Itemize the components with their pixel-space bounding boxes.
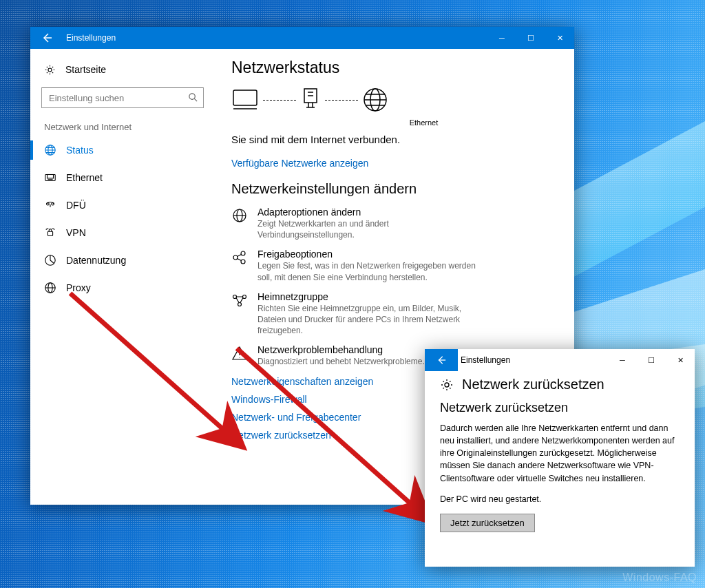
section-heading: Netzwerkeinstellungen ändern xyxy=(231,181,558,197)
option-sharing[interactable]: Freigabeoptionen Legen Sie fest, was in … xyxy=(231,249,558,282)
window-title: Einstellungen xyxy=(63,33,116,43)
reset-now-button[interactable]: Jetzt zurücksetzen xyxy=(440,514,535,532)
gear-icon xyxy=(44,64,56,76)
option-desc: Zeigt Netzwerkkarten an und ändert Verbi… xyxy=(257,218,485,240)
svg-point-1 xyxy=(189,94,195,99)
option-title: Heimnetzgruppe xyxy=(257,291,485,302)
sidebar-item-data-usage[interactable]: Datennutzung xyxy=(30,246,215,274)
adapter-icon xyxy=(231,207,248,224)
window-close[interactable]: ✕ xyxy=(545,27,574,49)
proxy-icon xyxy=(44,282,56,294)
homegroup-icon xyxy=(231,292,248,308)
nav-label: Proxy xyxy=(66,282,91,293)
option-title: Freigabeoptionen xyxy=(257,249,485,260)
svg-point-26 xyxy=(445,383,449,387)
option-desc: Legen Sie fest, was in den Netzwerken fr… xyxy=(257,260,485,282)
globe-icon xyxy=(362,87,388,113)
connection-status-text: Sie sind mit dem Internet verbunden. xyxy=(231,134,558,145)
option-adapter[interactable]: Adapteroptionen ändern Zeigt Netzwerkkar… xyxy=(231,207,558,240)
window-maximize[interactable]: ☐ xyxy=(516,27,545,49)
nav-label: Datennutzung xyxy=(66,255,126,266)
sidebar: Startseite Netzwerk und Internet Status … xyxy=(30,49,215,505)
dialog-subheading: Netzwerk zurücksetzen xyxy=(440,401,680,415)
back-button[interactable] xyxy=(30,27,63,49)
vpn-icon xyxy=(44,227,56,239)
svg-rect-5 xyxy=(48,175,54,178)
dialog-titlebar: Einstellungen ─ ☐ ✕ xyxy=(425,349,695,371)
gear-icon xyxy=(440,378,454,392)
sidebar-item-ethernet[interactable]: Ethernet xyxy=(30,164,215,191)
page-title: Netzwerkstatus xyxy=(231,59,558,77)
nav-label: VPN xyxy=(66,227,86,238)
dialog-minimize[interactable]: ─ xyxy=(608,349,637,371)
diagram-label: Ethernet xyxy=(290,118,558,127)
available-networks-link[interactable]: Verfügbare Netzwerke anzeigen xyxy=(231,158,558,169)
dialog-body-text: Dadurch werden alle Ihre Netzwerkkarten … xyxy=(440,422,680,485)
dialog-close[interactable]: ✕ xyxy=(666,349,695,371)
sidebar-home-label: Startseite xyxy=(65,64,106,75)
search-input[interactable] xyxy=(41,87,204,108)
dialup-icon xyxy=(44,199,56,211)
search-icon xyxy=(188,92,198,105)
svg-point-19 xyxy=(241,251,245,255)
sidebar-section: Netzwerk und Internet xyxy=(30,114,215,136)
sharing-icon xyxy=(231,249,248,266)
network-diagram xyxy=(231,87,558,113)
sidebar-item-dialup[interactable]: DFÜ xyxy=(30,191,215,219)
svg-point-18 xyxy=(233,255,238,260)
dialog-heading: Netzwerk zurücksetzen xyxy=(440,377,680,392)
window-minimize[interactable]: ─ xyxy=(487,27,516,49)
data-usage-icon xyxy=(44,254,56,266)
dialog-heading-text: Netzwerk zurücksetzen xyxy=(462,377,604,392)
svg-point-20 xyxy=(241,260,245,264)
svg-point-0 xyxy=(48,67,52,71)
sidebar-item-status[interactable]: Status xyxy=(30,136,215,164)
option-title: Adapteroptionen ändern xyxy=(257,207,485,218)
dialog-restart-text: Der PC wird neu gestartet. xyxy=(440,493,680,505)
ethernet-icon xyxy=(44,171,56,184)
nav-label: Ethernet xyxy=(66,172,103,183)
globe-icon xyxy=(44,144,56,156)
sidebar-item-vpn[interactable]: VPN xyxy=(30,219,215,246)
sidebar-home[interactable]: Startseite xyxy=(30,57,215,82)
pc-icon xyxy=(231,88,259,112)
svg-point-23 xyxy=(238,302,242,306)
option-title: Netzwerkproblembehandlung xyxy=(257,344,425,355)
nav-label: DFÜ xyxy=(66,200,86,211)
dialog-back-button[interactable] xyxy=(425,349,458,371)
reset-dialog-window: Einstellungen ─ ☐ ✕ Netzwerk zurücksetze… xyxy=(425,349,695,567)
dialog-title: Einstellungen xyxy=(458,355,510,365)
option-desc: Diagnostiziert und behebt Netzwerkproble… xyxy=(257,356,425,367)
warning-icon xyxy=(231,345,248,361)
svg-rect-8 xyxy=(48,231,52,235)
titlebar: Einstellungen ─ ☐ ✕ xyxy=(30,27,574,49)
option-homegroup[interactable]: Heimnetzgruppe Richten Sie eine Heimnetz… xyxy=(231,291,558,337)
nav-label: Status xyxy=(66,145,94,156)
watermark: Windows-FAQ xyxy=(622,571,697,584)
svg-rect-12 xyxy=(233,90,257,105)
sidebar-item-proxy[interactable]: Proxy xyxy=(30,274,215,302)
dialog-maximize[interactable]: ☐ xyxy=(637,349,666,371)
option-desc: Richten Sie eine Heimnetzgruppe ein, um … xyxy=(257,303,485,337)
router-icon xyxy=(300,87,321,112)
